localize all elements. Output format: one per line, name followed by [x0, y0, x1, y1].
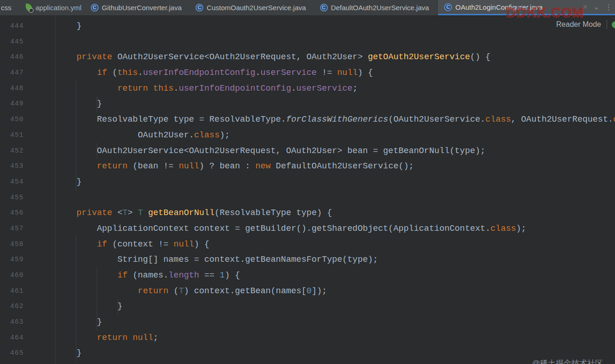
- code-text: if (context != null) {: [55, 237, 615, 253]
- code-line[interactable]: 463 }: [0, 315, 615, 330]
- spring-boot-icon: [25, 3, 33, 12]
- code-text: [55, 190, 615, 206]
- line-number[interactable]: 449: [0, 96, 55, 112]
- tab-label: CustomOauth2UserService.java: [207, 4, 306, 12]
- code-line[interactable]: 458 if (context != null) {: [0, 237, 615, 253]
- tab-partial-css[interactable]: css: [0, 4, 12, 12]
- line-number[interactable]: 453: [0, 159, 55, 174]
- reader-mode-widget: Reader Mode: [556, 19, 615, 30]
- code-text: }: [55, 299, 615, 315]
- code-text: if (this.userInfoEndpointConfig.userServ…: [55, 65, 615, 81]
- line-number[interactable]: 458: [0, 237, 55, 253]
- code-text: return (bean != null) ? bean : new Defau…: [55, 159, 615, 174]
- code-line[interactable]: 455: [0, 190, 615, 206]
- reader-mode-toggle[interactable]: Reader Mode: [556, 20, 601, 29]
- more-vertical-icon[interactable]: ⋮: [605, 3, 612, 12]
- code-text: }: [55, 345, 615, 361]
- java-class-icon: C: [195, 4, 203, 12]
- code-line[interactable]: 465 }: [0, 345, 615, 361]
- code-text: [55, 34, 615, 50]
- tab-label: GithubUserConverter.java: [102, 4, 182, 12]
- code-line[interactable]: 454 }: [0, 174, 615, 190]
- line-number[interactable]: 460: [0, 268, 55, 284]
- editor-tab-bar: css application.yml C GithubUserConverte…: [0, 0, 615, 15]
- code-text: private <T> T getBeanOrNull(ResolvableTy…: [55, 205, 615, 221]
- java-class-icon: C: [91, 4, 99, 12]
- tab-label: OAuth2LoginConfigurer.java: [455, 3, 542, 11]
- tab-oauth2-login-configurer[interactable]: C OAuth2LoginConfigurer.java ✕ ⌄ ⋮: [438, 0, 615, 15]
- code-line[interactable]: 448 return this.userInfoEndpointConfig.u…: [0, 81, 615, 97]
- code-text: }: [55, 19, 615, 34]
- line-number[interactable]: 459: [0, 252, 55, 268]
- tab-actions: ✕ ⌄ ⋮: [583, 3, 615, 12]
- line-number[interactable]: 464: [0, 330, 55, 346]
- line-number[interactable]: 448: [0, 81, 55, 97]
- line-number[interactable]: 451: [0, 128, 55, 143]
- code-text: if (names.length == 1) {: [55, 268, 615, 284]
- code-line[interactable]: 464 return null;: [0, 330, 615, 346]
- code-text: OAuth2UserService<OAuth2UserRequest, OAu…: [55, 143, 615, 159]
- code-text: return this.userInfoEndpointConfig.userS…: [55, 81, 615, 97]
- line-number[interactable]: 445: [0, 34, 55, 50]
- ide-window: { "tab_bar": { "partial_tab_label": "css…: [0, 0, 615, 364]
- code-line[interactable]: 446 private OAuth2UserService<OAuth2User…: [0, 49, 615, 65]
- code-text: OAuth2User.class);: [55, 128, 615, 143]
- tab-label: application.yml: [36, 4, 82, 12]
- code-line[interactable]: 462 }: [0, 299, 615, 315]
- line-number[interactable]: 446: [0, 49, 55, 65]
- code-text: }: [55, 315, 615, 330]
- code-line[interactable]: 449 }: [0, 96, 615, 112]
- tab-default-oauth2-user-service[interactable]: C DefaultOAuth2UserService.java: [320, 0, 429, 15]
- line-number[interactable]: 444: [0, 19, 55, 34]
- line-number[interactable]: 457: [0, 221, 55, 237]
- code-text: return null;: [55, 330, 615, 346]
- code-line[interactable]: 459 String[] names = context.getBeanName…: [0, 252, 615, 268]
- code-text: ResolvableType type = ResolvableType.for…: [55, 112, 615, 128]
- tab-custom-oauth2-user-service[interactable]: C CustomOauth2UserService.java: [195, 0, 306, 15]
- code-line[interactable]: 460 if (names.length == 1) {: [0, 268, 615, 284]
- line-number[interactable]: 465: [0, 345, 55, 361]
- line-number[interactable]: 461: [0, 284, 55, 299]
- inspection-status-icon[interactable]: [612, 21, 615, 28]
- close-tab-icon[interactable]: ✕: [583, 3, 588, 11]
- line-number[interactable]: 455: [0, 190, 55, 206]
- code-line[interactable]: 452 OAuth2UserService<OAuth2UserRequest,…: [0, 143, 615, 159]
- code-line[interactable]: 445: [0, 34, 615, 50]
- code-line[interactable]: 444 }: [0, 19, 615, 34]
- code-line[interactable]: 450 ResolvableType type = ResolvableType…: [0, 112, 615, 128]
- java-class-icon: C: [320, 4, 328, 12]
- code-line[interactable]: 453 return (bean != null) ? bean : new D…: [0, 159, 615, 174]
- code-text: }: [55, 96, 615, 112]
- widget-divider: [607, 20, 607, 29]
- code-text: return (T) context.getBean(names[0]);: [55, 284, 615, 299]
- line-number[interactable]: 447: [0, 65, 55, 81]
- line-number[interactable]: 450: [0, 112, 55, 128]
- code-text: ApplicationContext context = getBuilder(…: [55, 221, 615, 237]
- code-editor[interactable]: 444 }445446 private OAuth2UserService<OA…: [0, 15, 615, 364]
- line-number[interactable]: 463: [0, 315, 55, 330]
- code-text: String[] names = context.getBeanNamesFor…: [55, 252, 615, 268]
- code-line[interactable]: 447 if (this.userInfoEndpointConfig.user…: [0, 65, 615, 81]
- java-class-icon: C: [444, 3, 452, 11]
- line-number[interactable]: 454: [0, 174, 55, 190]
- code-text: private OAuth2UserService<OAuth2UserRequ…: [55, 49, 615, 65]
- code-lines: 444 }445446 private OAuth2UserService<OA…: [0, 19, 615, 361]
- code-line[interactable]: 457 ApplicationContext context = getBuil…: [0, 221, 615, 237]
- line-number[interactable]: 462: [0, 299, 55, 315]
- tab-label: DefaultOAuth2UserService.java: [331, 4, 429, 12]
- code-line[interactable]: 456 private <T> T getBeanOrNull(Resolvab…: [0, 205, 615, 221]
- code-line[interactable]: 451 OAuth2User.class);: [0, 128, 615, 143]
- tab-github-user-converter[interactable]: C GithubUserConverter.java: [91, 0, 182, 15]
- code-text: }: [55, 174, 615, 190]
- line-number[interactable]: 452: [0, 143, 55, 159]
- line-number[interactable]: 456: [0, 205, 55, 221]
- code-line[interactable]: 461 return (T) context.getBean(names[0])…: [0, 284, 615, 299]
- tab-application-yml[interactable]: application.yml: [25, 0, 82, 15]
- chevron-down-icon[interactable]: ⌄: [593, 3, 599, 11]
